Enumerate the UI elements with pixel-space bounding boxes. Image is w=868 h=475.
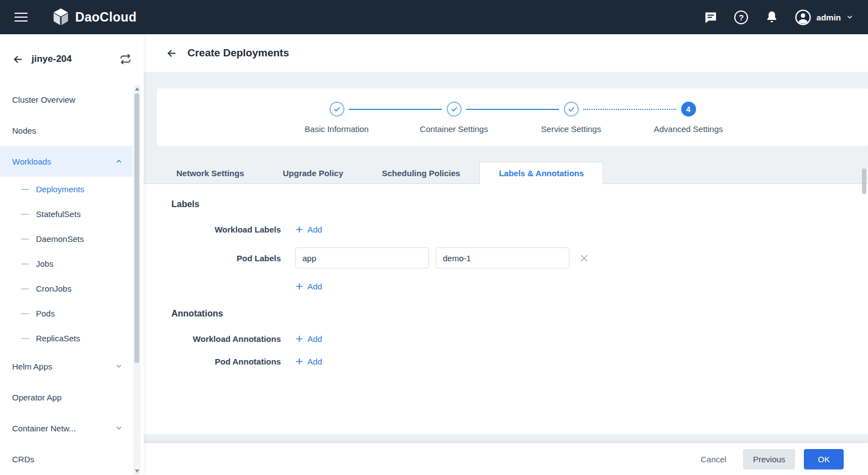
dash-icon xyxy=(21,288,29,289)
brand[interactable]: DaoCloud xyxy=(52,8,137,27)
sidebar-item-cluster-overview[interactable]: Cluster Overview xyxy=(0,84,133,115)
main-scrollbar-thumb[interactable] xyxy=(862,168,866,194)
sidebar-item-deployments[interactable]: Deployments xyxy=(0,177,133,202)
user-menu[interactable]: admin xyxy=(794,9,854,26)
pod-annotations-row: Pod Annotations Add xyxy=(171,357,868,366)
page-header: Create Deployments xyxy=(144,34,868,72)
cancel-button[interactable]: Cancel xyxy=(700,455,726,464)
tab-upgrade-policy[interactable]: Upgrade Policy xyxy=(264,162,363,184)
chevron-down-icon xyxy=(115,424,123,432)
check-icon xyxy=(450,105,458,113)
sidebar-item-helm-apps[interactable]: Helm Apps xyxy=(0,351,133,382)
cluster-back-button[interactable] xyxy=(12,54,24,65)
chevron-up-icon xyxy=(115,157,123,165)
add-workload-annotation-button[interactable]: Add xyxy=(295,334,322,344)
sidebar-item-jobs[interactable]: Jobs xyxy=(0,251,133,276)
bell-icon[interactable] xyxy=(764,9,780,25)
step-done-circle xyxy=(564,102,579,117)
brand-name: DaoCloud xyxy=(75,10,137,25)
sidebar-item-operator-app[interactable]: Operator App xyxy=(0,382,133,413)
step-done-circle xyxy=(447,102,462,117)
step-connector xyxy=(349,109,442,110)
labels-section-title: Labels xyxy=(171,199,868,209)
previous-button[interactable]: Previous xyxy=(743,449,795,469)
pod-label-key-input[interactable] xyxy=(295,247,429,268)
sidebar-item-nodes[interactable]: Nodes xyxy=(0,115,133,146)
sidebar-menu: Cluster Overview Nodes Workloads Deploym… xyxy=(0,84,133,474)
plus-icon xyxy=(295,225,304,234)
check-icon xyxy=(333,105,341,113)
step-basic-information: Basic Information xyxy=(325,102,349,134)
step-connector-dotted xyxy=(583,109,676,110)
workload-annotations-label: Workload Annotations xyxy=(171,334,281,344)
plus-icon xyxy=(295,335,304,343)
step-advanced-settings: 4 Advanced Settings xyxy=(676,102,700,134)
scroll-up-icon[interactable] xyxy=(135,87,139,91)
step-done-circle xyxy=(330,102,344,117)
settings-tabbar: Network Settings Upgrade Policy Scheduli… xyxy=(144,162,868,184)
page-back-button[interactable] xyxy=(166,48,177,59)
pod-annotations-label: Pod Annotations xyxy=(171,357,281,366)
help-icon[interactable]: ? xyxy=(734,9,749,25)
dash-icon xyxy=(21,239,29,240)
switch-cluster-icon[interactable] xyxy=(119,53,132,65)
dash-icon xyxy=(21,313,29,314)
chevron-down-icon xyxy=(846,13,854,21)
pod-labels-label: Pod Labels xyxy=(171,254,281,263)
workload-labels-row: Workload Labels Add xyxy=(171,225,868,234)
step-active-circle: 4 xyxy=(681,102,696,117)
menu-icon[interactable] xyxy=(14,13,28,22)
add-pod-label-button[interactable]: Add xyxy=(295,282,322,291)
dash-icon xyxy=(21,214,29,215)
sidebar-item-container-network[interactable]: Container Netw... xyxy=(0,413,133,444)
workload-labels-label: Workload Labels xyxy=(171,225,281,234)
sidebar-item-statefulsets[interactable]: StatefulSets xyxy=(0,202,133,226)
sidebar-item-crds[interactable]: CRDs xyxy=(0,444,133,474)
sidebar-item-workloads[interactable]: Workloads xyxy=(0,146,133,177)
chevron-down-icon xyxy=(115,362,123,370)
main-area: Create Deployments Basic Information xyxy=(144,34,868,475)
plus-icon xyxy=(295,357,304,366)
step-connector xyxy=(466,109,559,110)
remove-pod-label-button[interactable] xyxy=(579,254,589,263)
sidebar-item-daemonsets[interactable]: DaemonSets xyxy=(0,226,133,251)
check-icon xyxy=(567,105,576,113)
sidebar-item-pods[interactable]: Pods xyxy=(0,301,133,326)
pod-label-value-input[interactable] xyxy=(436,247,569,268)
tab-network-settings[interactable]: Network Settings xyxy=(157,162,264,184)
plus-icon xyxy=(295,282,304,291)
add-workload-label-button[interactable]: Add xyxy=(295,225,322,234)
dash-icon xyxy=(21,263,29,265)
tab-labels-annotations[interactable]: Labels & Annotations xyxy=(479,162,603,184)
topbar: DaoCloud ? admin xyxy=(0,0,868,34)
dash-icon xyxy=(21,338,29,339)
sidebar: jinye-204 Cluster Overview Nodes Workloa… xyxy=(0,34,144,475)
pod-labels-add-row: Add xyxy=(171,282,868,291)
close-icon xyxy=(579,254,589,263)
labels-annotations-panel: Labels Workload Labels Add Pod Labels xyxy=(144,184,868,434)
wizard-footer: Cancel Previous OK xyxy=(144,443,868,475)
annotations-section-title: Annotations xyxy=(171,309,868,319)
tab-scheduling-policies[interactable]: Scheduling Policies xyxy=(363,162,480,184)
page-title: Create Deployments xyxy=(187,47,289,59)
stepper: Basic Information Container Settings xyxy=(157,102,868,134)
daocloud-logo-icon xyxy=(52,8,70,27)
ok-button[interactable]: OK xyxy=(804,449,844,469)
user-name: admin xyxy=(817,13,841,22)
add-pod-annotation-button[interactable]: Add xyxy=(295,357,322,366)
workload-annotations-row: Workload Annotations Add xyxy=(171,334,868,344)
scrollbar-thumb[interactable] xyxy=(134,93,139,363)
scroll-down-icon[interactable] xyxy=(135,469,139,473)
stepper-card: Basic Information Container Settings xyxy=(157,88,868,146)
sidebar-header: jinye-204 xyxy=(0,34,144,84)
chat-icon[interactable] xyxy=(703,9,719,25)
cluster-name: jinye-204 xyxy=(32,54,112,65)
avatar xyxy=(794,9,812,26)
step-service-settings: Service Settings xyxy=(559,102,583,134)
sidebar-item-replicasets[interactable]: ReplicaSets xyxy=(0,326,133,351)
step-container-settings: Container Settings xyxy=(442,102,466,134)
sidebar-item-cronjobs[interactable]: CronJobs xyxy=(0,276,133,301)
pod-labels-row: Pod Labels xyxy=(171,247,868,268)
dash-icon xyxy=(21,189,29,190)
sidebar-scrollbar[interactable] xyxy=(133,85,140,475)
